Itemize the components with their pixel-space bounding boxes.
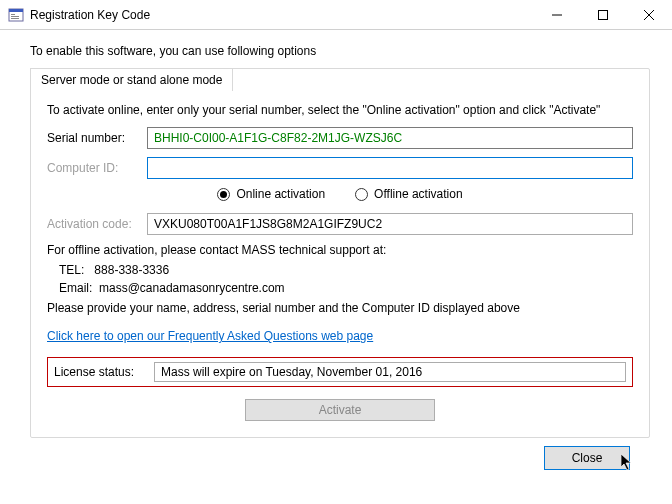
svg-rect-6 <box>599 11 608 20</box>
tab-panel: Server mode or stand alone mode To activ… <box>30 68 650 438</box>
activation-code-label: Activation code: <box>47 217 147 231</box>
radio-icon <box>217 188 230 201</box>
serial-input[interactable] <box>147 127 633 149</box>
close-button[interactable]: Close <box>544 446 630 470</box>
svg-rect-3 <box>11 16 19 17</box>
activation-code-input[interactable] <box>147 213 633 235</box>
support-info: For offline activation, please contact M… <box>47 243 633 315</box>
support-provide: Please provide your name, address, seria… <box>47 301 633 315</box>
window-title: Registration Key Code <box>30 8 150 22</box>
serial-row: Serial number: <box>47 127 633 149</box>
radio-icon <box>355 188 368 201</box>
online-activation-label: Online activation <box>236 187 325 201</box>
maximize-button[interactable] <box>580 0 626 30</box>
license-status-row: License status: <box>47 357 633 387</box>
activation-mode-group: Online activation Offline activation <box>47 187 633 201</box>
support-tel: 888-338-3336 <box>94 263 169 277</box>
svg-rect-1 <box>9 9 23 12</box>
activation-code-row: Activation code: <box>47 213 633 235</box>
computer-id-input[interactable] <box>147 157 633 179</box>
license-status-field <box>154 362 626 382</box>
intro-text: To enable this software, you can use fol… <box>30 44 650 58</box>
tab-server-mode[interactable]: Server mode or stand alone mode <box>30 68 233 91</box>
close-window-button[interactable] <box>626 0 672 30</box>
offline-activation-label: Offline activation <box>374 187 463 201</box>
support-lead: For offline activation, please contact M… <box>47 243 633 257</box>
close-button-label: Close <box>572 451 603 465</box>
computer-id-row: Computer ID: <box>47 157 633 179</box>
online-activation-radio[interactable]: Online activation <box>217 187 325 201</box>
support-email-label: Email: <box>59 281 92 295</box>
cursor-icon <box>621 454 635 475</box>
offline-activation-radio[interactable]: Offline activation <box>355 187 463 201</box>
activation-instruction: To activate online, enter only your seri… <box>47 103 633 117</box>
activate-button[interactable]: Activate <box>245 399 435 421</box>
svg-rect-4 <box>11 18 19 19</box>
computer-id-label: Computer ID: <box>47 161 147 175</box>
license-label: License status: <box>54 365 154 379</box>
support-email: mass@canadamasonrycentre.com <box>99 281 285 295</box>
faq-link[interactable]: Click here to open our Frequently Asked … <box>47 329 373 343</box>
svg-rect-2 <box>11 14 15 15</box>
minimize-button[interactable] <box>534 0 580 30</box>
window-controls <box>534 0 672 29</box>
titlebar: Registration Key Code <box>0 0 672 30</box>
support-tel-label: TEL: <box>59 263 84 277</box>
serial-label: Serial number: <box>47 131 147 145</box>
app-icon <box>8 7 24 23</box>
